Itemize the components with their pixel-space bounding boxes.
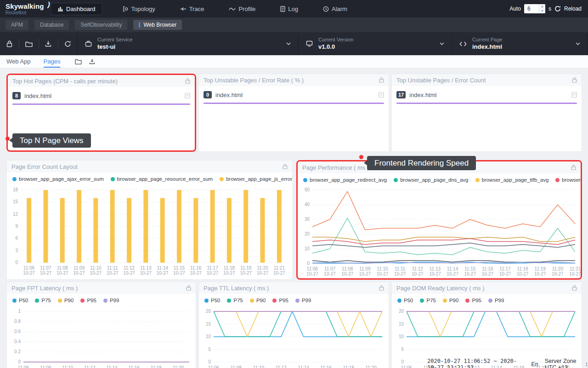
svg-text:10-27: 10-27 [517,271,529,276]
svg-text:11:16: 11:16 [482,266,493,271]
svg-text:11:20: 11:20 [257,265,268,270]
legend-item[interactable]: P75 [227,298,243,303]
legend-item[interactable]: P95 [465,298,481,303]
language-selector[interactable]: En [531,361,538,368]
legend-item[interactable]: P50 [12,298,28,303]
legend-dot [58,299,62,303]
folder-icon[interactable] [75,59,82,64]
legend-item[interactable]: P95 [272,298,288,303]
svg-text:15: 15 [206,322,211,327]
skywalking-logo[interactable]: Skywalking) Rocketbot [0,3,46,15]
context-toolbar: Current Servicetest-uiCurrent Versionv1.… [0,32,588,55]
lock-icon[interactable] [0,40,19,47]
list-item[interactable]: 17 index.html [392,86,582,98]
selector-current-version[interactable]: Current Versionv1.0.0 [299,32,452,55]
clipboard-icon[interactable] [185,92,190,99]
group-tab-database[interactable]: Database [34,20,69,30]
group-tab-selfobservability[interactable]: SelfObservability [75,20,127,30]
reload-icon[interactable] [554,6,561,12]
lock-icon[interactable] [379,285,384,291]
legend-item[interactable]: P75 [420,298,435,303]
error-count-bar-chart[interactable]: 036912151811:0610-2711:0710-2711:0810-27… [7,185,292,278]
lock-icon[interactable] [379,77,384,83]
list-item[interactable]: 8 index.html [8,87,195,99]
legend-item[interactable]: P50 [397,298,413,303]
ttl-latency-line-chart[interactable]: 0510152011:0611:0811:1011:1211:1411:1611… [199,307,389,368]
time-range[interactable]: 2020-10-27 11:06:52 ~ 2020-10-27 11:21:5… [427,358,525,368]
nav-item-trace[interactable]: Trace [175,3,209,15]
legend-item[interactable]: browser_app_page_ttfb_avg [475,177,549,183]
nav-item-log[interactable]: Log [276,3,303,15]
page-performance-line-chart[interactable]: 0102030405011:0610-2711:0710-2711:0810-2… [298,186,581,279]
auto-interval-stepper[interactable]: ▲▼ [539,4,545,13]
fpt-latency-line-chart[interactable]: 00.20.40.60.8111:0611:0811:1011:1211:141… [7,307,196,368]
download-icon[interactable] [89,58,95,64]
legend-label: P75 [426,298,435,303]
footer-bar: 2020-10-27 11:06:52 ~ 2020-10-27 11:21:5… [427,358,588,368]
lock-icon[interactable] [571,165,576,170]
svg-text:10-27: 10-27 [240,270,252,276]
legend-item[interactable]: P99 [488,298,504,303]
group-tab-label: Web Browser [143,22,176,28]
selector-current-page[interactable]: Current Pageindex.html [452,32,588,55]
lock-icon[interactable] [283,164,288,169]
legend-item[interactable]: P75 [35,298,51,303]
group-tab-apm[interactable]: APM [6,20,28,30]
legend-item[interactable]: P90 [58,298,74,303]
refresh-icon[interactable] [58,40,77,47]
legend-item[interactable]: browser_app_page_ajax_error_sum [12,176,104,182]
reload-button[interactable]: Reload [564,6,582,12]
svg-text:11:12: 11:12 [124,265,135,270]
selector-label: Current Service [97,37,132,43]
nav-item-dashboard[interactable]: Dashboard [51,3,102,15]
legend-item[interactable]: browser_app_page_redirect_avg [303,177,387,183]
nav-item-alarm[interactable]: Alarm [318,3,352,15]
step-down-icon[interactable]: ▼ [585,364,588,367]
group-tab-web-browser[interactable]: Web Browser [133,20,182,30]
nav-item-topology[interactable]: Topology [118,3,160,15]
panel-header: Page TTL Latency ( ms ) [199,282,389,294]
legend-item[interactable]: browser_app_page_tcp_avg [555,177,581,183]
sub-tab-web-app[interactable]: Web App [6,55,31,68]
svg-text:11:10: 11:10 [62,365,74,368]
sub-tab-pages[interactable]: Pages [44,55,61,68]
legend-item[interactable]: P50 [204,298,220,303]
legend-item[interactable]: browser_app_page_js_error_sum [220,176,292,182]
legend-item[interactable]: browser_app_page_resource_error_sum [111,176,213,182]
legend-item[interactable]: P90 [250,298,266,303]
legend-item[interactable]: P90 [443,298,458,303]
download-icon[interactable] [39,40,58,47]
svg-text:10-27: 10-27 [377,271,389,276]
skywalking-dashboard: Skywalking) Rocketbot DashboardTopologyT… [0,0,588,368]
zone-stepper[interactable]: ▲▼ [585,362,588,367]
step-down-icon[interactable]: ▼ [539,9,545,13]
auto-interval-value[interactable]: 6 [524,4,539,13]
svg-text:30: 30 [305,217,310,222]
step-up-icon[interactable]: ▲ [539,4,545,9]
legend-item[interactable]: browser_app_page_dns_avg [394,177,468,183]
svg-text:11:15: 11:15 [174,265,185,270]
annotation-dot [359,155,363,159]
lock-icon[interactable] [572,285,577,291]
nav-item-profile[interactable]: Profile [224,3,260,15]
lock-icon[interactable] [186,285,191,291]
legend-item[interactable]: P99 [295,298,311,303]
legend-item[interactable]: P95 [80,298,96,303]
legend-dot [12,299,17,303]
legend-dot [111,177,115,181]
server-zone-selector[interactable]: Server Zone UTC +13 ▲▼ [545,358,588,368]
auto-interval-input[interactable]: 6 ▲▼ [524,4,545,13]
svg-text:10-27: 10-27 [223,270,235,276]
folder-icon[interactable] [19,41,38,47]
lock-icon[interactable] [185,78,190,84]
legend-dot [443,299,447,303]
chevron-down-icon [440,42,444,45]
svg-text:11:21: 11:21 [570,266,581,271]
lock-icon[interactable] [572,77,577,83]
legend-dot [103,299,107,303]
legend-item[interactable]: P99 [103,298,119,303]
list-item[interactable]: 0 index.html [199,86,389,98]
selector-current-service[interactable]: Current Servicetest-ui [78,32,298,55]
clipboard-icon[interactable] [571,92,577,98]
clipboard-icon[interactable] [379,92,384,98]
